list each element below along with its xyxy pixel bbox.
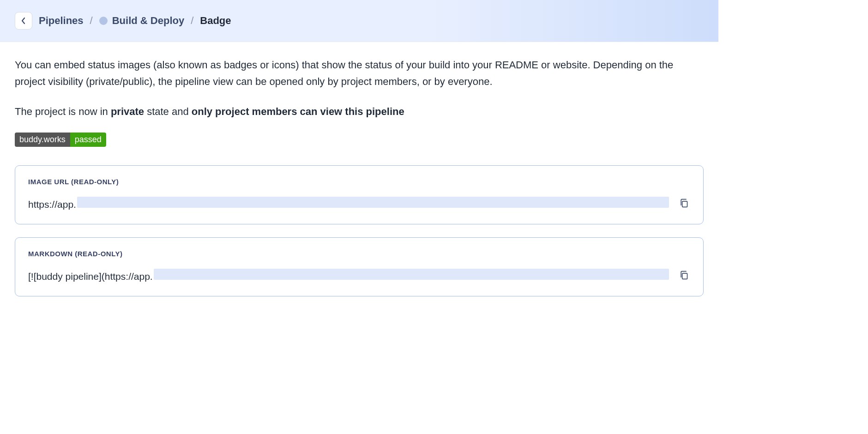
status-suffix: only project members can view this pipel… (192, 106, 404, 117)
breadcrumb-project[interactable]: Build & Deploy (99, 15, 184, 27)
page-content: You can embed status images (also known … (0, 42, 718, 324)
badge-status-label: passed (70, 133, 106, 147)
copy-markdown-button[interactable] (677, 269, 690, 282)
chevron-left-icon (21, 17, 26, 24)
image-url-label: IMAGE URL (READ-ONLY) (28, 178, 690, 186)
image-url-value[interactable]: https://app. (28, 197, 669, 210)
image-url-prefix: https://app. (28, 199, 76, 210)
status-state: private (111, 106, 144, 117)
markdown-label: MARKDOWN (READ-ONLY) (28, 250, 690, 258)
breadcrumb-project-label: Build & Deploy (112, 15, 184, 27)
copy-icon (679, 270, 688, 280)
breadcrumb-pipelines[interactable]: Pipelines (39, 15, 84, 27)
redacted-block (77, 197, 669, 208)
status-mid: state and (144, 106, 192, 117)
breadcrumb: Pipelines / Build & Deploy / Badge (39, 15, 231, 27)
breadcrumb-current: Badge (200, 15, 231, 27)
markdown-field: MARKDOWN (READ-ONLY) [![buddy pipeline](… (15, 237, 704, 296)
status-prefix: The project is now in (15, 106, 111, 117)
breadcrumb-separator: / (191, 15, 193, 27)
markdown-value[interactable]: [![buddy pipeline](https://app. (28, 269, 669, 282)
status-dot-icon (99, 17, 108, 25)
back-button[interactable] (15, 12, 32, 30)
copy-icon (679, 198, 688, 208)
breadcrumb-separator: / (90, 15, 93, 27)
image-url-field: IMAGE URL (READ-ONLY) https://app. (15, 165, 704, 224)
copy-image-url-button[interactable] (677, 197, 690, 210)
intro-text: You can embed status images (also known … (15, 57, 704, 90)
badge-service-label: buddy.works (15, 133, 70, 147)
visibility-status: The project is now in private state and … (15, 103, 704, 120)
page-header: Pipelines / Build & Deploy / Badge (0, 0, 718, 42)
svg-rect-0 (682, 201, 687, 207)
markdown-prefix: [![buddy pipeline](https://app. (28, 271, 153, 282)
redacted-block (154, 269, 669, 280)
badge-preview: buddy.works passed (15, 133, 106, 147)
svg-rect-1 (682, 273, 687, 279)
